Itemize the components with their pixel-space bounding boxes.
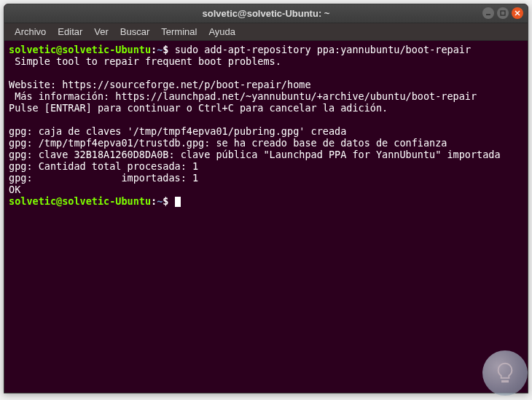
- prompt-user: solvetic@solvetic-Ubuntu: [9, 195, 151, 207]
- prompt-sep2: $: [163, 195, 168, 207]
- menu-terminal[interactable]: Terminal: [155, 25, 203, 39]
- terminal-body[interactable]: solvetic@solvetic-Ubuntu:~$ sudo add-apt…: [4, 41, 528, 210]
- window-controls: [482, 7, 523, 19]
- output-line: Pulse [ENTRAR] para continuar o Ctrl+C p…: [9, 102, 388, 114]
- prompt-sep1: :: [151, 44, 157, 55]
- svg-rect-1: [501, 11, 505, 15]
- terminal-window: solvetic@solvetic-Ubuntu: ~ Archivo Edit…: [4, 4, 528, 393]
- menu-ayuda[interactable]: Ayuda: [203, 25, 241, 39]
- output-line: gpg: caja de claves '/tmp/tmpf4epva01/pu…: [9, 125, 346, 137]
- output-line: Simple tool to repair frequent boot prob…: [9, 55, 281, 67]
- close-button[interactable]: [512, 7, 523, 19]
- output-line: OK: [9, 184, 20, 195]
- output-line: Más información: https://launchpad.net/~…: [9, 90, 477, 102]
- window-title: solvetic@solvetic-Ubuntu: ~: [203, 8, 330, 19]
- lightbulb-icon: [493, 361, 517, 385]
- menu-archivo[interactable]: Archivo: [9, 25, 52, 39]
- minimize-button[interactable]: [482, 7, 494, 19]
- prompt-sep2: $: [163, 44, 168, 55]
- titlebar: solvetic@solvetic-Ubuntu: ~: [4, 4, 528, 23]
- watermark-badge: [482, 350, 528, 396]
- output-line: gpg: Cantidad total procesada: 1: [9, 160, 198, 172]
- menu-ver[interactable]: Ver: [88, 25, 114, 39]
- output-line: Website: https://sourceforge.net/p/boot-…: [9, 79, 311, 90]
- output-line: gpg: clave 32B18A1260D8DA0B: clave públi…: [9, 149, 501, 160]
- output-line: gpg: importadas: 1: [9, 172, 198, 184]
- output-line: gpg: /tmp/tmpf4epva01/trustdb.gpg: se ha…: [9, 137, 447, 149]
- maximize-button[interactable]: [497, 7, 509, 19]
- cursor: [175, 197, 181, 207]
- command-text: sudo add-apt-repository ppa:yannubuntu/b…: [175, 44, 471, 55]
- menu-buscar[interactable]: Buscar: [114, 25, 155, 39]
- prompt-user: solvetic@solvetic-Ubuntu: [9, 44, 151, 55]
- menubar: Archivo Editar Ver Buscar Terminal Ayuda: [4, 23, 528, 41]
- prompt-sep1: :: [151, 195, 157, 207]
- menu-editar[interactable]: Editar: [52, 25, 88, 39]
